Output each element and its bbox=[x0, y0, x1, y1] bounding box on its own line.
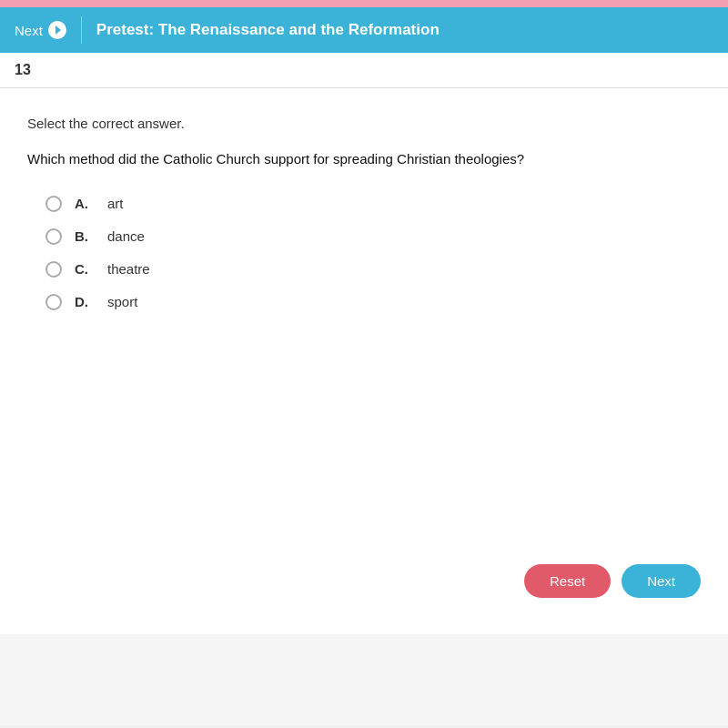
header-title: Pretest: The Renaissance and the Reforma… bbox=[96, 21, 440, 39]
button-area: Reset Next bbox=[524, 564, 701, 598]
option-radio-c[interactable] bbox=[46, 261, 62, 278]
list-item[interactable]: A.art bbox=[46, 196, 701, 212]
header-next-button[interactable]: Next bbox=[15, 21, 66, 39]
list-item[interactable]: C.theatre bbox=[46, 261, 701, 278]
options-list: A.artB.danceC.theatreD.sport bbox=[27, 196, 701, 310]
list-item[interactable]: B.dance bbox=[46, 228, 701, 245]
option-label-d: D. bbox=[75, 294, 96, 309]
main-content: Select the correct answer. Which method … bbox=[0, 88, 728, 634]
header-divider bbox=[81, 16, 82, 44]
option-text-b: dance bbox=[107, 228, 145, 244]
question-number-bar: 13 bbox=[0, 53, 728, 88]
question-number: 13 bbox=[15, 62, 31, 77]
list-item[interactable]: D.sport bbox=[46, 294, 701, 310]
option-text-a: art bbox=[107, 196, 124, 211]
option-text-d: sport bbox=[107, 294, 137, 309]
option-label-b: B. bbox=[75, 228, 96, 244]
instruction-text: Select the correct answer. bbox=[27, 116, 701, 131]
option-radio-d[interactable] bbox=[46, 294, 62, 310]
option-label-a: A. bbox=[75, 196, 96, 211]
option-radio-a[interactable] bbox=[46, 196, 62, 212]
option-label-c: C. bbox=[75, 261, 96, 277]
next-circle-icon bbox=[48, 21, 66, 39]
question-text: Which method did the Catholic Church sup… bbox=[27, 149, 701, 170]
next-button[interactable]: Next bbox=[622, 564, 701, 598]
reset-button[interactable]: Reset bbox=[524, 564, 611, 598]
option-text-c: theatre bbox=[107, 261, 150, 277]
bottom-area bbox=[0, 634, 728, 725]
option-radio-b[interactable] bbox=[46, 228, 62, 245]
next-label: Next bbox=[15, 23, 43, 38]
top-decorative-strip bbox=[0, 0, 728, 7]
header-bar: Next Pretest: The Renaissance and the Re… bbox=[0, 7, 728, 53]
